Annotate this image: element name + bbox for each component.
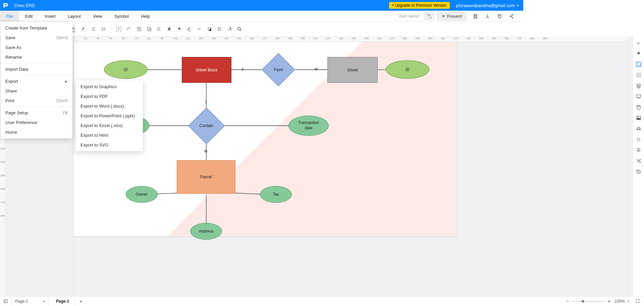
tools-button[interactable] xyxy=(225,24,234,34)
save-icon[interactable] xyxy=(470,12,480,20)
align-objects-button[interactable] xyxy=(154,24,164,34)
menu-save-as[interactable]: Save As xyxy=(1,43,72,52)
export-submenu: Export to Graphics Export to PDF Export … xyxy=(76,80,143,151)
menu-import-data[interactable]: Import Data xyxy=(1,64,72,74)
account-email: pizzaaandparatha@gmail.com xyxy=(456,3,515,8)
svg-rect-3 xyxy=(147,27,150,30)
bring-front-button[interactable] xyxy=(134,24,144,34)
menu-file[interactable]: File xyxy=(0,11,19,21)
align-text-button[interactable] xyxy=(89,24,98,34)
menu-view[interactable]: View xyxy=(87,11,108,21)
edge-label-m2: M xyxy=(204,149,207,153)
chevron-right-icon: ▶ xyxy=(65,79,68,83)
search-icon[interactable] xyxy=(235,24,244,34)
topbar: Chen ERD • Upgrade to Premium Version pi… xyxy=(0,0,523,11)
account-menu[interactable]: pizzaaandparatha@gmail.com ▾ xyxy=(456,3,519,8)
lock-button[interactable] xyxy=(215,24,224,34)
ruler-horizontal: 2030405060708090100110120130140150160170… xyxy=(74,37,523,42)
edge-label-2: 2 xyxy=(241,67,244,71)
menu-export[interactable]: Export▶ xyxy=(1,76,72,86)
node-id-right[interactable]: ID xyxy=(386,60,429,79)
fullscreen-icon[interactable] xyxy=(424,12,434,20)
menu-help[interactable]: Help xyxy=(135,11,156,21)
document-title[interactable]: Chen ERD xyxy=(14,3,35,8)
node-tax[interactable]: Tax xyxy=(260,186,292,203)
line-spacing-button[interactable] xyxy=(99,24,108,34)
present-button[interactable]: Present xyxy=(437,12,466,20)
export-graphics[interactable]: Export to Graphics xyxy=(76,82,143,91)
menubar: File Edit Insert Layout View Symbol Help… xyxy=(0,11,523,22)
line-style-button[interactable] xyxy=(195,24,204,34)
print-icon[interactable] xyxy=(494,12,504,20)
export-ppt[interactable]: Export to PowerPoint (.pptx) xyxy=(76,111,143,121)
toolbar: ▾ ▾ B I U A T xyxy=(0,22,523,37)
node-transaction-date[interactable]: Transactiondate xyxy=(288,116,329,136)
connector-type-button[interactable] xyxy=(124,24,133,34)
node-parcel[interactable]: Parcel xyxy=(177,160,235,194)
node-street[interactable]: Street xyxy=(327,57,378,83)
share-icon[interactable] xyxy=(506,12,517,20)
menu-layout[interactable]: Layout xyxy=(62,11,87,21)
export-word[interactable]: Export to Word (.docx) xyxy=(76,101,143,111)
node-owner[interactable]: Owner xyxy=(126,186,158,203)
node-face[interactable]: Face xyxy=(262,53,295,86)
menu-edit[interactable]: Edit xyxy=(19,11,39,21)
highlight-button[interactable] xyxy=(79,24,88,34)
app-logo[interactable] xyxy=(0,0,11,11)
menu-save[interactable]: SaveCtrl+S xyxy=(1,33,72,43)
menu-symbol[interactable]: Symbol xyxy=(108,11,135,21)
node-street-block[interactable]: Srteet Block xyxy=(182,57,231,83)
node-contain[interactable]: Contain xyxy=(188,107,225,144)
node-address[interactable]: Address xyxy=(190,223,222,240)
menu-rename[interactable]: Rename xyxy=(1,52,72,62)
fill-color-button[interactable] xyxy=(174,24,184,34)
menu-share[interactable]: Share xyxy=(1,86,72,96)
export-html[interactable]: Export to Html xyxy=(76,130,143,140)
upgrade-button[interactable]: • Upgrade to Premium Version xyxy=(389,2,450,9)
chevron-down-icon: ▾ xyxy=(517,4,519,7)
distribute-button[interactable] xyxy=(164,24,174,34)
autosaved-label: Auto saved xyxy=(399,14,419,18)
file-dropdown: Create from Template SaveCtrl+S Save As … xyxy=(1,22,72,138)
menu-user-preference[interactable]: User Preference xyxy=(1,118,72,127)
send-back-button[interactable] xyxy=(144,24,154,34)
download-icon[interactable] xyxy=(482,12,492,20)
shadow-button[interactable] xyxy=(205,24,214,34)
menu-create-from-template[interactable]: Create from Template xyxy=(1,23,72,33)
export-svg[interactable]: Export to SVG xyxy=(76,140,143,150)
menu-home[interactable]: Home xyxy=(1,127,72,137)
stroke-color-button[interactable] xyxy=(184,24,194,34)
edge-label-m1: M xyxy=(315,67,318,71)
text-box-button[interactable]: T xyxy=(114,24,123,34)
export-xlsx[interactable]: Export to Excel (.xlsx) xyxy=(76,121,143,130)
node-id-left[interactable]: ID xyxy=(104,60,148,79)
menu-insert[interactable]: Insert xyxy=(39,11,62,21)
svg-point-5 xyxy=(238,27,240,30)
menu-page-setup[interactable]: Page SetupF6 xyxy=(1,108,72,118)
export-pdf[interactable]: Export to PDF xyxy=(76,91,143,101)
menu-print[interactable]: PrintCtrl+P xyxy=(1,96,72,106)
present-label: Present xyxy=(447,14,462,19)
svg-rect-1 xyxy=(138,28,141,31)
edge-label-1: 1 xyxy=(205,100,207,104)
